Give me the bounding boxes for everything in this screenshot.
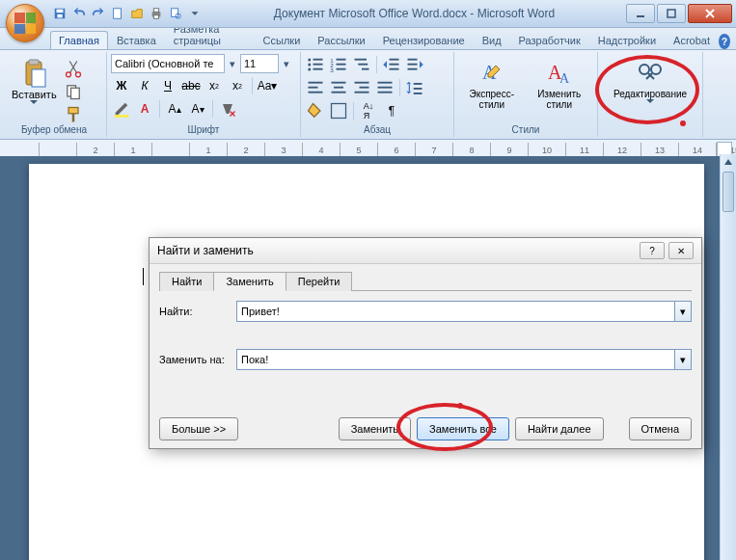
- tab-insert[interactable]: Вставка: [108, 31, 165, 49]
- chevron-down-icon[interactable]: ▾: [227, 58, 238, 70]
- ribbon: Вставить Буфер обмена Calibri (Основной …: [0, 50, 736, 140]
- svg-rect-18: [68, 108, 78, 114]
- svg-rect-9: [637, 15, 644, 17]
- format-painter-icon[interactable]: [63, 104, 84, 125]
- tab-acrobat[interactable]: Acrobat: [665, 31, 719, 49]
- editing-label: Редактирование: [613, 89, 687, 99]
- print-preview-icon[interactable]: [168, 6, 183, 21]
- increase-indent-icon[interactable]: [404, 54, 425, 75]
- align-right-icon[interactable]: [351, 77, 372, 98]
- dialog-tab-goto[interactable]: Перейти: [286, 272, 353, 291]
- replace-input[interactable]: Пока!: [236, 349, 675, 370]
- svg-rect-34: [358, 64, 368, 66]
- line-spacing-icon[interactable]: [404, 77, 425, 98]
- editing-button[interactable]: Редактирование: [608, 54, 693, 120]
- replace-dropdown-icon[interactable]: ▾: [675, 349, 692, 370]
- change-styles-button[interactable]: AA Изменить стили: [525, 54, 593, 120]
- svg-rect-5: [153, 9, 158, 13]
- dialog-close-button[interactable]: ✕: [668, 242, 694, 259]
- new-icon[interactable]: [110, 6, 125, 21]
- svg-rect-13: [32, 69, 45, 87]
- tab-mailings[interactable]: Рассылки: [309, 31, 373, 49]
- group-font: Calibri (Основной те ▾ 11 ▾ Ж К Ч abc x2…: [107, 52, 301, 137]
- copy-icon[interactable]: [63, 81, 84, 102]
- shrink-font-icon[interactable]: A▾: [187, 98, 208, 120]
- scroll-up-icon[interactable]: [721, 154, 736, 170]
- redo-icon[interactable]: [91, 6, 106, 21]
- sort-icon[interactable]: А↓Я: [358, 100, 379, 121]
- find-next-button[interactable]: Найти далее: [515, 417, 604, 440]
- clear-formatting-icon[interactable]: [217, 98, 238, 120]
- cut-icon[interactable]: [63, 58, 84, 79]
- express-styles-label: Экспресс-стили: [464, 89, 519, 110]
- dialog-tabs: Найти Заменить Перейти: [159, 272, 692, 291]
- vertical-scrollbar[interactable]: [720, 154, 736, 560]
- scroll-thumb[interactable]: [722, 172, 734, 212]
- find-input[interactable]: Привет!: [236, 301, 675, 322]
- more-button[interactable]: Больше >>: [159, 417, 238, 440]
- help-icon[interactable]: ?: [719, 34, 730, 49]
- dialog-help-button[interactable]: ?: [640, 242, 665, 259]
- open-icon[interactable]: [129, 6, 145, 21]
- replace-button[interactable]: Заменить: [339, 417, 411, 440]
- tab-addins[interactable]: Надстройки: [589, 31, 665, 49]
- tab-references[interactable]: Ссылки: [255, 31, 310, 49]
- dialog-tab-replace[interactable]: Заменить: [213, 272, 286, 291]
- numbering-icon[interactable]: 123: [328, 54, 349, 75]
- highlight-icon[interactable]: [111, 98, 132, 120]
- express-styles-button[interactable]: A Экспресс-стили: [458, 54, 525, 120]
- svg-rect-20: [115, 115, 129, 118]
- show-marks-icon[interactable]: ¶: [381, 100, 402, 121]
- superscript-icon[interactable]: x2: [227, 75, 248, 96]
- underline-icon[interactable]: Ч: [157, 75, 178, 96]
- maximize-button[interactable]: [657, 4, 686, 23]
- subscript-icon[interactable]: x2: [204, 75, 225, 96]
- tab-developer[interactable]: Разработчик: [510, 31, 589, 49]
- dialog-tab-find[interactable]: Найти: [159, 272, 214, 291]
- save-icon[interactable]: [52, 6, 68, 21]
- svg-rect-44: [309, 92, 323, 93]
- svg-rect-7: [172, 9, 178, 17]
- justify-icon[interactable]: [374, 77, 395, 98]
- font-color-icon[interactable]: A: [134, 98, 155, 120]
- decrease-indent-icon[interactable]: [381, 54, 402, 75]
- minimize-button[interactable]: [626, 4, 655, 23]
- font-size-combo[interactable]: 11: [240, 54, 279, 73]
- bullets-icon[interactable]: [305, 54, 326, 75]
- svg-rect-32: [337, 68, 346, 70]
- font-name-combo[interactable]: Calibri (Основной те: [111, 54, 225, 73]
- chevron-down-icon[interactable]: ▾: [281, 58, 292, 70]
- borders-icon[interactable]: [328, 100, 349, 121]
- change-case-icon[interactable]: Aa▾: [257, 75, 278, 96]
- tab-review[interactable]: Рецензирование: [374, 31, 474, 49]
- annotation-dot: [457, 403, 463, 409]
- print-icon[interactable]: [149, 6, 164, 21]
- italic-icon[interactable]: К: [134, 75, 155, 96]
- close-button[interactable]: [688, 4, 732, 23]
- find-dropdown-icon[interactable]: ▾: [675, 301, 692, 322]
- svg-rect-12: [29, 60, 39, 65]
- shading-icon[interactable]: [305, 100, 326, 121]
- undo-icon[interactable]: [71, 6, 87, 21]
- svg-rect-55: [414, 83, 423, 85]
- grow-font-icon[interactable]: A▴: [164, 98, 185, 120]
- svg-rect-58: [332, 104, 346, 119]
- cancel-button[interactable]: Отмена: [629, 417, 692, 440]
- office-button[interactable]: [6, 4, 44, 42]
- svg-rect-28: [337, 59, 346, 61]
- qat-customize-icon[interactable]: [187, 6, 203, 21]
- svg-point-25: [308, 68, 311, 71]
- tab-home[interactable]: Главная: [50, 31, 108, 49]
- align-left-icon[interactable]: [305, 77, 326, 98]
- dialog-titlebar[interactable]: Найти и заменить ? ✕: [150, 238, 701, 264]
- window-controls: [626, 4, 732, 23]
- svg-rect-53: [378, 92, 393, 93]
- bold-icon[interactable]: Ж: [111, 75, 132, 96]
- paste-button[interactable]: Вставить: [6, 54, 63, 120]
- strike-icon[interactable]: abc: [180, 75, 202, 96]
- align-center-icon[interactable]: [328, 77, 349, 98]
- replace-all-button[interactable]: Заменить все: [417, 417, 509, 440]
- chevron-down-icon: [30, 100, 38, 105]
- multilevel-list-icon[interactable]: [351, 54, 372, 75]
- tab-view[interactable]: Вид: [474, 31, 510, 49]
